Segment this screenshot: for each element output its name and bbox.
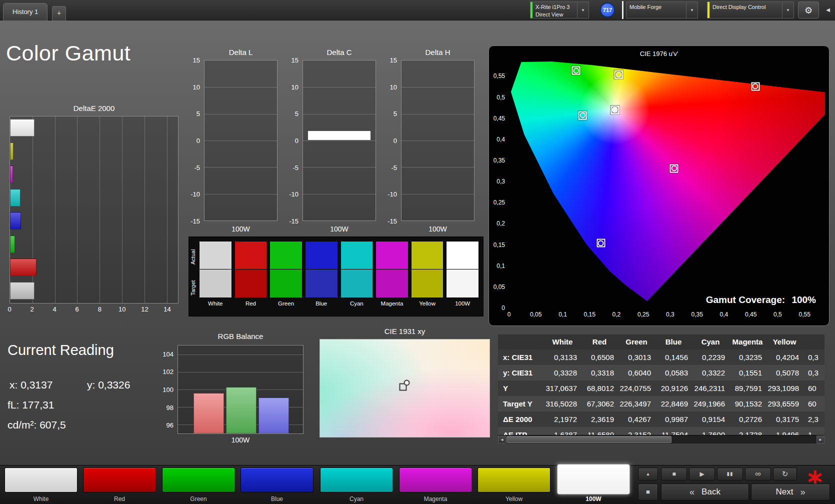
table-cell: 316,5028 [544,396,581,412]
swatch-actual [340,241,374,270]
deltaH-plot [401,60,474,221]
x-tick: 0,2 [612,311,621,318]
patch-button-Magenta[interactable] [399,468,472,492]
deltaL-title: Delta L [204,48,278,56]
column-header: Yellow [766,334,803,350]
deltae-bar-100W [10,282,34,300]
gridline [204,194,277,194]
deltaL-xlabel: 100W [204,225,278,233]
cie-marker-blue [596,239,605,248]
x-tick: 0 [508,311,511,318]
deltae-bar-White [10,119,34,136]
table-cell: 22,8469 [655,396,692,412]
patch-button-label: 100W [557,496,630,502]
pause-button[interactable]: ▮▮ [717,468,743,480]
y-tick: 10 [193,83,200,90]
column-header: White [544,334,581,350]
patch-button-100W[interactable] [557,464,630,494]
x-tick: 10 [118,306,126,313]
swatch-actual [234,241,268,270]
meter-dropdown[interactable]: X-Rite i1Pro 3 Direct View ▼ [530,2,589,18]
patch-button-Cyan[interactable] [320,468,393,492]
table-scrollbar[interactable]: ◄ ► [498,435,824,444]
swatch-Cyan: Cyan [340,241,374,313]
swatch-actual [411,241,444,270]
row-label: ΔE 2000 [498,412,544,427]
record-stop-button[interactable]: ■ [638,484,658,500]
swatch-target [305,270,338,298]
cie1931-marker-circle [404,380,410,386]
gridline [303,140,376,141]
app-window: History 1 + X-Rite i1Pro 3 Direct View ▼… [0,0,835,504]
column-header: Red [581,334,618,350]
patch-button-Red[interactable] [83,468,156,492]
deltaH-title: Delta H [401,48,474,56]
x-tick: 0,3 [666,311,674,318]
reading-fl: fL: 177,31 [8,399,54,411]
x-tick: 0,5 [774,311,782,318]
collapse-panel-button[interactable]: ◀ [822,2,834,18]
loop-button[interactable]: ∞ [745,468,771,480]
y-tick: -15 [190,218,200,225]
rgb-balance-title: RGB Balance [178,332,304,340]
cie-marker-circle [573,68,579,74]
swatch-label: Blue [305,298,338,308]
deltae-bar-Blue [10,212,21,230]
table-row[interactable]: Y317,063768,8012224,075520,9126246,23118… [498,380,824,396]
deltae-bar-Magenta [10,166,13,183]
expand-button[interactable]: ▲ [638,468,658,480]
add-tab-button[interactable]: + [52,6,66,20]
table-row[interactable]: ΔE 20002,19722,36190,42670,99870,91540,2… [498,412,824,427]
y-tick: 0,15 [494,242,505,248]
deltaH-xlabel: 100W [401,225,474,233]
cie1931-marker [400,384,407,391]
deltae-bar-Green [10,236,15,253]
deltae-chart-title: DeltaE 2000 [10,104,178,112]
y-tick: 0,05 [494,284,505,290]
scrollbar-thumb[interactable] [506,436,672,443]
gridline [204,114,277,114]
meter-mode: Direct View [536,11,574,18]
y-tick: 0,35 [494,157,505,164]
back-button[interactable]: « Back [661,484,749,500]
table-row[interactable]: x: CIE310,31330,65080,30130,14560,22390,… [498,350,824,365]
x-tick: 8 [98,306,102,313]
table-cell: 0,3328 [544,365,581,380]
display-control-dropdown[interactable]: Direct Display Control ▼ [707,2,794,18]
patch-button-Green[interactable] [162,468,235,492]
table-row[interactable]: y: CIE310,33280,33180,60400,05830,33220,… [498,365,824,380]
play-button[interactable]: ▶ [689,468,715,480]
patch-button-Yellow[interactable] [478,468,550,492]
patch-button-White[interactable] [4,468,78,492]
row-label: x: CIE31 [498,350,544,365]
settings-button[interactable]: ⚙ [798,2,819,18]
deltae-bar-Cyan [10,189,20,206]
table-cell: 246,2311 [692,380,729,396]
table-cell: 0,6040 [618,365,655,380]
table-cell: 0,4204 [766,350,803,365]
table-cell: 2,3 [803,412,824,427]
patch-button-label: Blue [240,496,314,502]
column-header: Green [618,334,655,350]
next-label: Next [776,487,794,497]
y-tick: 0 [394,137,397,144]
scroll-left-button[interactable]: ◄ [498,436,506,444]
scroll-right-button[interactable]: ► [816,436,824,444]
patch-button-Blue[interactable] [240,468,314,492]
chevron-down-icon: ▼ [577,2,588,18]
table-cell: 0,3175 [766,412,803,427]
refresh-button[interactable]: ↻ [773,468,797,480]
table-row[interactable]: Target Y316,502867,3062226,349722,846924… [498,396,824,412]
table-cell: 0,3318 [581,365,618,380]
gear-icon: ⚙ [804,6,812,16]
swatch-target [270,270,302,298]
swatch-actual [446,241,479,270]
stop-button[interactable]: ■ [661,468,687,480]
source-dropdown[interactable]: Mobile Forge ▼ [626,2,698,18]
next-button[interactable]: Next » [751,484,830,500]
x-tick: 12 [141,306,148,313]
y-tick: -15 [289,218,298,225]
table-cell: 89,7591 [729,380,766,396]
swatch-label: 100W [446,298,479,308]
tab-history[interactable]: History 1 [3,3,48,20]
